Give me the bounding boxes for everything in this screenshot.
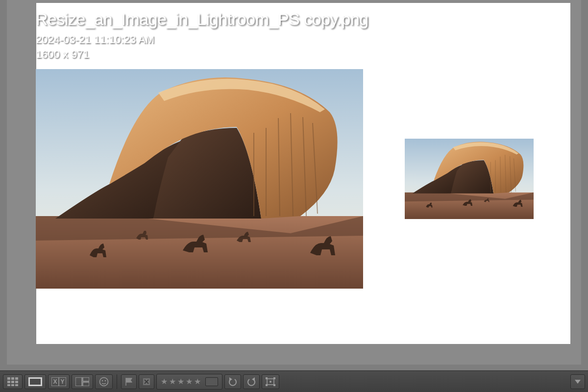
rotate-cw-icon xyxy=(246,377,256,386)
svg-point-37 xyxy=(102,380,103,381)
svg-rect-22 xyxy=(11,381,14,383)
svg-rect-24 xyxy=(7,384,10,386)
svg-rect-21 xyxy=(7,381,10,383)
star-2-icon[interactable]: ★ xyxy=(169,378,176,386)
flag-rejected-button[interactable] xyxy=(139,374,154,389)
svg-rect-26 xyxy=(15,384,18,386)
app-frame: Resize_an_Image_in_Lightroom_PS copy.png… xyxy=(0,0,588,370)
chevron-down-icon xyxy=(575,380,581,384)
svg-rect-33 xyxy=(75,377,82,386)
sync-icon xyxy=(265,377,276,387)
toolbar-separator xyxy=(117,374,117,389)
image-timestamp: 2024-03-21 11:10:23 AM xyxy=(36,33,368,46)
svg-rect-43 xyxy=(266,377,268,379)
svg-point-38 xyxy=(105,380,106,381)
svg-text:Y: Y xyxy=(60,378,64,385)
reject-icon xyxy=(143,378,150,386)
star-5-icon[interactable]: ★ xyxy=(194,378,201,386)
compare-xy-icon: X Y xyxy=(51,377,66,386)
color-label-chip[interactable] xyxy=(205,377,218,386)
star-rating[interactable]: ★ ★ ★ ★ ★ xyxy=(156,374,222,390)
image-info-overlay: Resize_an_Image_in_Lightroom_PS copy.png… xyxy=(36,11,368,61)
svg-rect-18 xyxy=(7,377,10,380)
grid-icon xyxy=(7,377,18,386)
loupe-icon xyxy=(28,377,42,386)
svg-text:X: X xyxy=(53,378,57,385)
preview-image-small xyxy=(405,139,534,219)
image-dimensions: 1600 x 971 xyxy=(36,48,368,61)
flag-picked-button[interactable] xyxy=(121,374,137,389)
star-3-icon[interactable]: ★ xyxy=(177,378,184,386)
svg-rect-23 xyxy=(15,381,18,383)
svg-rect-44 xyxy=(273,377,275,379)
grid-view-button[interactable] xyxy=(3,374,23,389)
svg-point-47 xyxy=(270,381,271,383)
svg-marker-40 xyxy=(229,377,232,381)
svg-rect-28 xyxy=(30,379,41,385)
svg-rect-20 xyxy=(15,377,18,380)
svg-marker-48 xyxy=(575,380,581,384)
svg-rect-45 xyxy=(266,384,268,386)
rotate-ccw-icon xyxy=(228,377,238,386)
preview-image-large xyxy=(36,69,363,289)
toolbar-menu-button[interactable] xyxy=(570,374,585,389)
svg-rect-34 xyxy=(83,377,89,381)
bottom-toolbar: X Y ★ ★ ★ ★ ★ xyxy=(0,370,588,392)
svg-point-36 xyxy=(100,377,108,386)
survey-icon xyxy=(75,377,89,386)
svg-rect-19 xyxy=(11,377,14,380)
face-icon xyxy=(99,377,109,387)
sync-settings-button[interactable] xyxy=(262,374,279,389)
rotate-ccw-button[interactable] xyxy=(224,374,241,389)
compare-view-button[interactable]: X Y xyxy=(48,374,70,389)
svg-rect-46 xyxy=(273,384,275,386)
loupe-view-button[interactable] xyxy=(24,374,46,389)
survey-view-button[interactable] xyxy=(72,374,93,389)
flag-icon xyxy=(125,377,133,386)
image-filename: Resize_an_Image_in_Lightroom_PS copy.png xyxy=(36,11,368,28)
svg-marker-41 xyxy=(252,377,255,381)
svg-rect-25 xyxy=(11,384,14,386)
rotate-cw-button[interactable] xyxy=(243,374,260,389)
svg-rect-35 xyxy=(83,382,89,386)
star-1-icon[interactable]: ★ xyxy=(161,378,168,386)
star-4-icon[interactable]: ★ xyxy=(186,378,193,386)
people-view-button[interactable] xyxy=(95,374,113,389)
